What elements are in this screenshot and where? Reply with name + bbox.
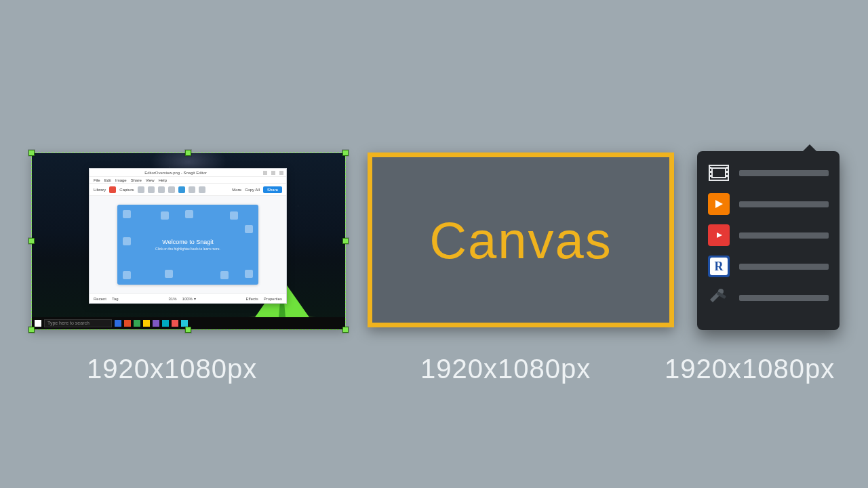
- svg-marker-12: [717, 232, 722, 238]
- welcome-title: Welcome to Snagit: [162, 239, 213, 245]
- recent-button[interactable]: Recent: [94, 297, 106, 301]
- taskbar-app-icon[interactable]: [124, 320, 131, 327]
- share-button[interactable]: Share: [263, 186, 282, 193]
- editor-statusbar: Recent Tag 31% 100% ▾ Effects Properties: [90, 293, 286, 303]
- tool-glyph-icon: [165, 270, 173, 278]
- effects-button[interactable]: Effects: [245, 297, 258, 301]
- menu-label-placeholder: [739, 232, 829, 239]
- editor-toolbar: Library Capture More Copy All Share: [90, 184, 286, 196]
- tool-glyph-icon: [161, 211, 169, 220]
- menu-label-placeholder: [739, 201, 829, 207]
- tool-icon[interactable]: [199, 186, 205, 193]
- capture-button[interactable]: Capture: [119, 188, 134, 192]
- welcome-card: Welcome to Snagit Click on the highlight…: [117, 205, 258, 285]
- taskbar-app-icon[interactable]: [162, 320, 169, 327]
- taskbar-app-icon[interactable]: [115, 320, 121, 327]
- editor-workspace: Welcome to Snagit Click on the highlight…: [90, 196, 286, 293]
- play-icon: [708, 193, 730, 215]
- tool-glyph-icon: [123, 210, 131, 218]
- editor-titlebar: EditorOverview.png - Snagit Editor: [90, 169, 286, 177]
- taskbar-search-box[interactable]: Type here to search: [44, 319, 112, 327]
- menu-item[interactable]: Help: [159, 178, 167, 182]
- tool-icon[interactable]: [189, 186, 195, 193]
- menu-label-placeholder: [739, 170, 829, 176]
- menu-row[interactable]: R: [708, 256, 829, 277]
- tag-button[interactable]: Tag: [112, 297, 119, 301]
- snagit-editor-window: EditorOverview.png - Snagit Editor File …: [89, 168, 287, 304]
- menu-label-placeholder: [739, 295, 829, 301]
- tool-glyph-icon: [220, 271, 229, 279]
- menu-row[interactable]: [708, 287, 829, 308]
- tool-glyph-icon: [185, 210, 193, 218]
- editor-title-text: EditorOverview.png - Snagit Editor: [144, 171, 207, 175]
- tool-icon[interactable]: [148, 186, 155, 193]
- resize-handle-icon[interactable]: [28, 238, 35, 244]
- tool-icon[interactable]: [138, 186, 144, 193]
- filmstrip-icon: [708, 162, 730, 184]
- zoom-value[interactable]: 31%: [169, 297, 177, 301]
- resize-handle-icon[interactable]: [342, 327, 349, 333]
- panel3-dimensions-caption: 1920x1080px: [665, 354, 835, 384]
- resize-handle-icon[interactable]: [28, 150, 35, 156]
- context-menu-panel: R: [697, 151, 840, 330]
- resize-handle-icon[interactable]: [342, 238, 349, 244]
- fit-dropdown[interactable]: 100% ▾: [182, 296, 196, 301]
- svg-rect-5: [710, 167, 711, 169]
- welcome-subtitle: Click on the highlighted tools to learn …: [155, 247, 220, 251]
- svg-rect-9: [726, 171, 728, 173]
- properties-button[interactable]: Properties: [264, 297, 282, 301]
- svg-marker-11: [715, 200, 723, 208]
- menu-row[interactable]: [708, 193, 829, 215]
- library-button[interactable]: Library: [94, 188, 106, 192]
- panel1-dimensions-caption: 1920x1080px: [87, 354, 257, 384]
- minimize-icon[interactable]: [263, 171, 267, 175]
- editor-menubar: File Edit Image Share View Help: [90, 177, 286, 184]
- relay-app-icon: R: [708, 256, 730, 277]
- start-button-icon[interactable]: [35, 320, 41, 327]
- tool-icon[interactable]: [158, 186, 165, 193]
- close-icon[interactable]: [279, 171, 283, 175]
- taskbar-app-icon[interactable]: [134, 320, 140, 327]
- youtube-icon: [708, 224, 730, 246]
- svg-rect-7: [710, 175, 711, 177]
- desktop-wallpaper-night: EditorOverview.png - Snagit Editor File …: [32, 153, 345, 329]
- menu-item[interactable]: View: [146, 178, 155, 182]
- screenshot-with-selection[interactable]: EditorOverview.png - Snagit Editor File …: [31, 152, 346, 330]
- taskbar-app-icon[interactable]: [172, 320, 178, 327]
- panel2-dimensions-caption: 1920x1080px: [420, 354, 591, 384]
- menu-row[interactable]: [708, 224, 829, 246]
- tool-icon[interactable]: [168, 186, 175, 193]
- menu-label-placeholder: [739, 264, 829, 270]
- menu-item[interactable]: Edit: [104, 178, 111, 182]
- maximize-icon[interactable]: [271, 171, 275, 175]
- menu-item[interactable]: Image: [115, 178, 127, 182]
- tool-glyph-icon: [123, 237, 131, 245]
- canvas-panel: Canvas: [368, 152, 674, 327]
- tools-icon: [708, 287, 730, 308]
- tool-icon[interactable]: [178, 186, 185, 193]
- tool-glyph-icon: [245, 225, 253, 233]
- taskbar-app-icon[interactable]: [153, 320, 159, 327]
- svg-rect-10: [726, 175, 728, 177]
- taskbar-app-icon[interactable]: [143, 320, 150, 327]
- svg-rect-6: [710, 171, 711, 173]
- tool-glyph-icon: [123, 271, 131, 279]
- capture-icon[interactable]: [109, 186, 116, 193]
- tool-glyph-icon: [245, 270, 253, 278]
- resize-handle-icon[interactable]: [185, 150, 191, 156]
- svg-rect-4: [712, 168, 726, 178]
- resize-handle-icon[interactable]: [342, 150, 349, 156]
- more-button[interactable]: More: [232, 188, 241, 192]
- taskbar-app-icon[interactable]: [181, 320, 188, 327]
- menu-item[interactable]: File: [94, 178, 100, 182]
- resize-handle-icon[interactable]: [185, 327, 191, 333]
- canvas-label-text: Canvas: [429, 211, 612, 270]
- resize-handle-icon[interactable]: [28, 327, 35, 333]
- menu-row[interactable]: [708, 162, 829, 184]
- copy-all-button[interactable]: Copy All: [245, 188, 260, 192]
- svg-rect-8: [726, 167, 728, 169]
- menu-item[interactable]: Share: [131, 178, 142, 182]
- illustration-stage: EditorOverview.png - Snagit Editor File …: [0, 0, 868, 488]
- tool-glyph-icon: [230, 211, 238, 220]
